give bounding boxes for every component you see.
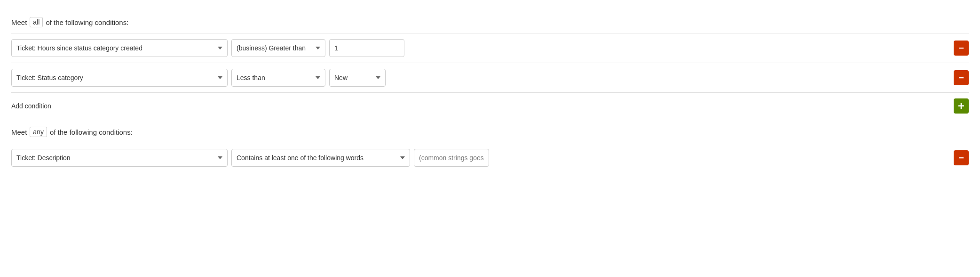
add-condition-label: Add condition [11, 102, 51, 110]
operator-select-2[interactable]: Less than [231, 69, 325, 87]
meet-any-keyword: any [30, 127, 47, 137]
value-input-3[interactable] [414, 149, 489, 167]
value-select-2[interactable]: New [329, 69, 386, 87]
meet-all-keyword: all [30, 17, 43, 27]
condition-row-2: Ticket: Status category Less than New − [11, 63, 969, 92]
meet-all-header: Meet all of the following conditions: [11, 9, 969, 33]
add-condition-button[interactable]: + [954, 98, 969, 114]
remove-button-2[interactable]: − [954, 70, 969, 85]
field-select-3[interactable]: Ticket: Description [11, 149, 228, 167]
meet-all-suffix: of the following conditions: [46, 18, 128, 26]
condition-row-3: Ticket: Description Contains at least on… [11, 143, 969, 172]
meet-any-suffix: of the following conditions: [50, 128, 133, 136]
meet-any-prefix: Meet [11, 128, 27, 136]
meet-any-header: Meet any of the following conditions: [11, 119, 969, 143]
meet-all-prefix: Meet [11, 18, 27, 26]
condition-row-1: Ticket: Hours since status category crea… [11, 33, 969, 63]
operator-select-3[interactable]: Contains at least one of the following w… [231, 149, 410, 167]
remove-button-3[interactable]: − [954, 150, 969, 165]
operator-select-1[interactable]: (business) Greater than [231, 39, 325, 57]
section-any: Meet any of the following conditions: Ti… [11, 119, 969, 172]
section-all: Meet all of the following conditions: Ti… [11, 9, 969, 119]
remove-button-1[interactable]: − [954, 41, 969, 56]
field-select-2[interactable]: Ticket: Status category [11, 69, 228, 87]
value-input-1[interactable] [329, 39, 404, 57]
field-select-1[interactable]: Ticket: Hours since status category crea… [11, 39, 228, 57]
add-condition-row: Add condition + [11, 92, 969, 119]
